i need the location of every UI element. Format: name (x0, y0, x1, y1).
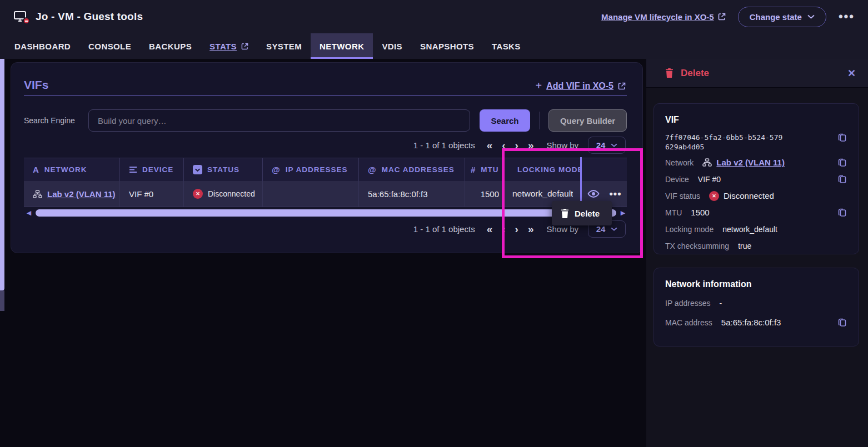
vifs-section-title: VIFs (24, 78, 48, 92)
horizontal-scrollbar[interactable]: ◀ ▶ (25, 209, 627, 217)
vif-details-card: VIF 7ff07046-5fa2-6bb5-b524-579629ab4d05… (654, 103, 859, 254)
delete-side-panel: Delete ✕ VIF 7ff07046-5fa2-6bb5-b524-579… (646, 59, 868, 447)
tab-system[interactable]: SYSTEM (257, 33, 311, 59)
vif-uuid: 7ff07046-5fa2-6bb5-b524-579629ab4d05 (665, 133, 783, 152)
search-engine-label: Search Engine (24, 116, 75, 125)
close-icon[interactable]: ✕ (847, 67, 856, 79)
last-page-button[interactable]: » (527, 140, 535, 150)
page-size-select[interactable]: 24 (588, 137, 626, 154)
show-by-label: Show by (546, 140, 578, 150)
side-panel-title: Delete (681, 68, 709, 79)
scroll-right-arrow-icon[interactable]: ▶ (619, 210, 627, 216)
pagination-summary: 1 - 1 of 1 objects (413, 140, 475, 150)
cell-status: ✕ Disconnected (184, 181, 263, 207)
left-vertical-scrollbar[interactable] (0, 53, 4, 311)
button-divider (539, 112, 540, 129)
list-icon (129, 166, 137, 173)
network-row: Network Lab v2 (VLAN 11) (665, 157, 847, 168)
at-icon: @ (272, 165, 281, 174)
vifs-panel: VIFs + Add VIF in XO-5 Search Engine Sea… (11, 62, 643, 253)
next-page-button[interactable]: › (514, 224, 520, 234)
column-header-status[interactable]: STATUS (184, 158, 263, 181)
vertical-scrollbar-track (0, 290, 4, 311)
scroll-left-arrow-icon[interactable]: ◀ (25, 210, 33, 216)
more-actions-button[interactable]: ••• (839, 11, 855, 23)
last-page-button[interactable]: » (527, 224, 535, 234)
square-caret-down-icon (193, 165, 202, 174)
tab-stats[interactable]: STATS (201, 33, 257, 59)
manage-vm-lifecycle-link[interactable]: Manage VM lifecycle in XO-5 (601, 12, 726, 22)
side-panel-header: Delete ✕ (646, 59, 868, 88)
column-header-mtu[interactable]: # MTU (465, 158, 503, 181)
copy-icon[interactable] (837, 208, 847, 218)
tab-console[interactable]: CONSOLE (79, 33, 140, 59)
prev-page-button[interactable]: ‹ (501, 224, 506, 234)
vif-status-row: VIF status ✕ Disconnected (665, 190, 847, 202)
network-link[interactable]: Lab v2 (VLAN 11) (716, 158, 785, 167)
tab-snapshots[interactable]: SNAPSHOTS (411, 33, 483, 59)
mac-address-row: MAC address 5a:65:fa:8c:0f:f3 (665, 317, 847, 328)
column-header-actions (582, 158, 627, 181)
red-x-circle-icon: ✕ (193, 189, 203, 199)
red-x-circle-icon: ✕ (709, 191, 719, 201)
vertical-scrollbar-thumb[interactable] (0, 57, 4, 290)
cell-mtu: 1500 (465, 181, 503, 207)
locking-mode-row: Locking mode network_default (665, 223, 847, 235)
copy-icon[interactable] (837, 133, 847, 143)
table-row: Lab v2 (VLAN 11) VIF #0 ✕ Disconnected 5… (24, 181, 627, 207)
uuid-row: 7ff07046-5fa2-6bb5-b524-579629ab4d05 (665, 133, 847, 152)
horizontal-scrollbar-thumb[interactable] (36, 209, 616, 217)
column-header-locking-mode[interactable]: LOCKING MODE (503, 158, 582, 181)
add-vif-link[interactable]: + Add VIF in XO-5 (535, 79, 626, 92)
column-header-ip-addresses[interactable]: @ IP ADDRESSES (263, 158, 359, 181)
change-state-button[interactable]: Change state (738, 7, 826, 27)
chevron-down-icon (611, 227, 617, 231)
trash-icon (665, 68, 674, 78)
tab-network[interactable]: NETWORK (311, 33, 373, 59)
eye-icon[interactable] (587, 189, 600, 198)
trash-icon (561, 209, 569, 218)
mtu-row: MTU 1500 (665, 207, 847, 218)
ip-addresses-row: IP addresses - (665, 297, 847, 309)
external-link-icon (718, 13, 726, 21)
copy-icon[interactable] (837, 174, 847, 184)
external-link-icon (241, 43, 248, 50)
first-page-button[interactable]: « (486, 140, 494, 150)
row-context-menu-delete[interactable]: Delete (552, 201, 612, 225)
table-header-row: A NETWORK DEVICE STATUS @ IP ADDRESSES @… (24, 158, 627, 181)
column-header-device[interactable]: DEVICE (120, 158, 184, 181)
text-type-icon: A (33, 165, 39, 174)
chevron-down-icon (807, 14, 815, 19)
query-builder-button[interactable]: Query Builder (548, 109, 627, 132)
tab-dashboard[interactable]: DASHBOARD (6, 33, 79, 59)
network-link[interactable]: Lab v2 (VLAN 11) (47, 189, 116, 199)
pagination-top: 1 - 1 of 1 objects « ‹ › » Show by 24 (413, 137, 626, 153)
search-button[interactable]: Search (480, 109, 530, 132)
device-row: Device VIF #0 (665, 173, 847, 185)
copy-icon[interactable] (837, 318, 847, 328)
tab-backups[interactable]: BACKUPS (140, 33, 201, 59)
cell-mac-addresses: 5a:65:fa:8c:0f:f3 (359, 181, 465, 207)
prev-page-button[interactable]: ‹ (501, 140, 506, 150)
tab-bar: DASHBOARD CONSOLE BACKUPS STATS SYSTEM N… (0, 33, 868, 59)
tab-tasks[interactable]: TASKS (483, 33, 530, 59)
column-header-network[interactable]: A NETWORK (24, 158, 120, 181)
network-card-heading: Network information (665, 279, 847, 289)
cell-network: Lab v2 (VLAN 11) (24, 181, 120, 207)
next-page-button[interactable]: › (514, 140, 520, 150)
tab-vdis[interactable]: VDIS (373, 33, 411, 59)
column-header-mac-addresses[interactable]: @ MAC ADDRESSES (359, 158, 465, 181)
at-icon: @ (368, 165, 377, 174)
first-page-button[interactable]: « (486, 224, 494, 234)
query-input[interactable] (88, 109, 470, 132)
cell-ip-addresses (263, 181, 359, 207)
row-more-button[interactable]: ••• (610, 188, 622, 200)
show-by-label: Show by (546, 224, 578, 234)
chevron-down-icon (611, 143, 617, 147)
pagination-summary: 1 - 1 of 1 objects (413, 224, 475, 234)
cell-device: VIF #0 (120, 181, 184, 207)
section-divider (24, 96, 627, 96)
vifs-table: A NETWORK DEVICE STATUS @ IP ADDRESSES @… (24, 158, 627, 207)
network-information-card: Network information IP addresses - MAC a… (654, 268, 859, 346)
copy-icon[interactable] (837, 158, 847, 168)
